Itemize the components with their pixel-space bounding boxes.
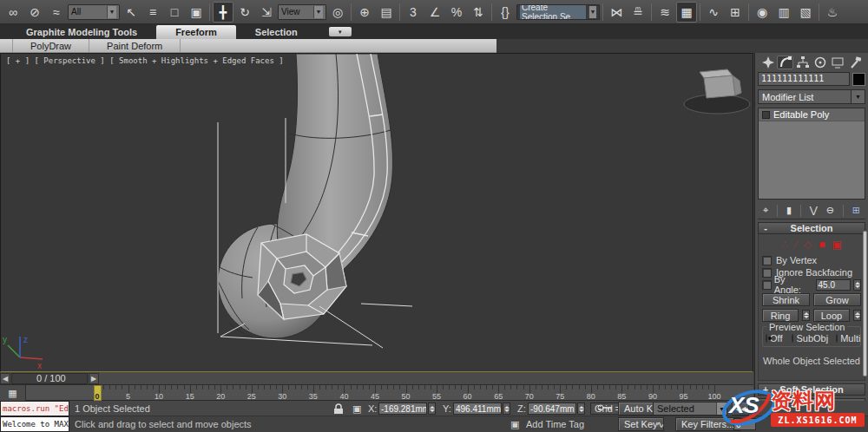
maxscript-listener-line1[interactable]: macros.run "Ed — [0, 401, 69, 416]
select-and-move-icon[interactable]: ╋ — [213, 2, 233, 23]
rectangular-selection-region-icon[interactable]: □ — [164, 2, 185, 23]
vertex-icon[interactable]: ∴ — [781, 239, 788, 251]
key-mode-icon[interactable] — [597, 403, 613, 414]
element-icon[interactable]: ▣ — [832, 239, 841, 251]
by-angle-checkbox[interactable] — [762, 280, 772, 290]
ribbon-subtab-paint-deform[interactable]: Paint Deform — [89, 39, 181, 52]
mirror-icon[interactable]: ⋈ — [606, 2, 627, 23]
percent-snap-toggle-icon[interactable]: % — [446, 2, 467, 23]
ignore-backfacing-checkbox[interactable] — [762, 268, 772, 278]
window-crossing-toggle-icon[interactable]: ▣ — [186, 2, 207, 23]
polygon-icon[interactable]: ■ — [819, 239, 825, 251]
align-icon[interactable]: ≞ — [628, 2, 648, 23]
create-tab-icon[interactable] — [760, 56, 776, 69]
z-coord-field[interactable]: -90.647mm — [528, 403, 576, 415]
snaps-toggle-3d-icon[interactable]: 3 — [403, 2, 424, 23]
material-editor-icon[interactable]: ◉ — [752, 2, 773, 23]
edge-icon[interactable]: ∕ — [795, 239, 797, 251]
selection-rollout-header[interactable]: - Selection — [758, 222, 865, 234]
object-color-swatch[interactable] — [852, 73, 865, 86]
ring-button[interactable]: Ring — [762, 309, 799, 322]
x-spinner[interactable] — [428, 403, 436, 415]
track-bar-ruler[interactable]: 0510152025303540455055606570758085909510… — [26, 385, 753, 401]
render-production-icon[interactable]: ♨ — [822, 2, 843, 23]
time-slider-value[interactable]: 0 / 100 — [11, 373, 88, 384]
mini-curve-editor-icon[interactable]: ▦ — [0, 385, 26, 401]
preview-subobj-radio[interactable] — [792, 334, 793, 343]
grow-button[interactable]: Grow — [813, 293, 861, 306]
select-and-manipulate-icon[interactable]: ⊕ — [354, 2, 375, 23]
select-and-rotate-icon[interactable]: ↻ — [234, 2, 255, 23]
ribbon-tab-freeform[interactable]: Freeform — [156, 25, 236, 39]
z-spinner[interactable] — [577, 403, 585, 415]
reference-coordinate-dropdown[interactable]: View▼ — [278, 4, 326, 20]
by-vertex-row[interactable]: By Vertex — [762, 254, 861, 266]
use-pivot-point-center-icon[interactable]: ◎ — [327, 2, 348, 23]
graphite-toolbar-toggle-icon[interactable]: ▦ — [676, 2, 697, 23]
keyboard-shortcut-override-icon[interactable]: ▤ — [376, 2, 397, 23]
panel-scrollbar[interactable] — [863, 231, 867, 376]
select-and-scale-icon[interactable]: ⇲ — [256, 2, 277, 23]
named-selection-dropdown[interactable]: Create Selection Se▼ — [516, 4, 600, 20]
x-coord-field[interactable]: -169.281mm — [378, 403, 427, 415]
render-setup-icon[interactable]: ▥ — [773, 2, 794, 23]
by-vertex-checkbox[interactable] — [762, 256, 772, 265]
remove-modifier-icon[interactable]: ⊖ — [826, 205, 834, 216]
selection-filter-dropdown[interactable]: All▼ — [68, 4, 120, 20]
select-and-link-icon[interactable]: ∞ — [3, 2, 23, 23]
ribbon-tab-graphite-modeling-tools[interactable]: Graphite Modeling Tools — [7, 25, 156, 39]
utilities-tab-icon[interactable] — [847, 56, 864, 69]
ribbon-minimize-icon[interactable]: ▼ — [329, 27, 352, 36]
perspective-viewport[interactable]: x y z [ + ] [ Perspective ] [ Smooth + H… — [0, 53, 753, 372]
display-tab-icon[interactable] — [830, 56, 846, 69]
selected-set-dropdown[interactable]: Selected ▼ — [653, 402, 727, 416]
show-end-result-icon[interactable]: ▮ — [786, 205, 792, 216]
bind-to-space-warp-icon[interactable]: ≈ — [46, 2, 67, 23]
spinner-snap-toggle-icon[interactable]: ⇅ — [468, 2, 489, 23]
loop-spinner[interactable] — [853, 310, 861, 321]
angle-snap-toggle-icon[interactable]: ∠ — [424, 2, 445, 23]
configure-modifier-sets-icon[interactable]: ⊞ — [852, 205, 860, 216]
curve-editor-icon[interactable]: ∿ — [703, 2, 724, 23]
ring-spinner[interactable] — [802, 310, 810, 321]
make-unique-icon[interactable]: ⋁ — [810, 205, 818, 216]
angle-value-field[interactable]: 45.0 — [816, 279, 852, 291]
absolute-offset-mode-icon[interactable]: ▣ — [352, 401, 361, 416]
set-key-curve-icon[interactable]: ∿ — [656, 416, 664, 432]
angle-spinner[interactable] — [853, 279, 861, 291]
next-frame-arrow-icon[interactable]: ▶ — [89, 373, 99, 384]
by-angle-row[interactable]: By Angle: 45.0 — [762, 278, 861, 291]
maxscript-listener-line2[interactable]: Welcome to MAX! — [0, 416, 69, 432]
preview-multi-radio[interactable] — [836, 334, 838, 343]
edit-named-selection-sets-icon[interactable]: {} — [495, 2, 516, 23]
y-spinner[interactable] — [503, 403, 510, 415]
viewcube[interactable] — [684, 69, 750, 114]
schematic-view-icon[interactable]: ⊞ — [725, 2, 746, 23]
modifier-stack[interactable]: Editable Poly — [758, 108, 865, 200]
rendered-frame-window-icon[interactable]: ▧ — [795, 2, 816, 23]
preview-off-radio[interactable] — [766, 334, 767, 343]
border-icon[interactable]: ◇ — [804, 239, 812, 251]
hierarchy-tab-icon[interactable] — [794, 56, 811, 69]
shrink-button[interactable]: Shrink — [762, 293, 810, 306]
ribbon-subtab-polydraw[interactable]: PolyDraw — [12, 39, 89, 52]
modifier-list-arrow-icon[interactable]: ▼ — [852, 89, 865, 104]
pin-stack-icon[interactable]: ⌖ — [763, 205, 768, 216]
viewport-label[interactable]: [ + ] [ Perspective ] [ Smooth + Highlig… — [6, 56, 284, 65]
previous-frame-arrow-icon[interactable]: ◀ — [0, 373, 10, 384]
unlink-selection-icon[interactable]: ⊘ — [24, 2, 45, 23]
y-coord-field[interactable]: 496.411mm — [453, 403, 502, 415]
modify-tab-icon[interactable] — [777, 56, 793, 69]
select-by-name-icon[interactable]: ≡ — [142, 2, 163, 23]
viewport-canvas[interactable]: x y z — [1, 54, 753, 371]
motion-tab-icon[interactable] — [812, 56, 829, 69]
manage-layers-icon[interactable]: ≋ — [654, 2, 675, 23]
selection-lock-icon[interactable] — [333, 401, 344, 416]
loop-button[interactable]: Loop — [813, 309, 850, 322]
add-time-tag[interactable]: Add Time Tag — [526, 416, 584, 432]
ribbon-tab-selection[interactable]: Selection — [236, 25, 317, 39]
modifier-list-dropdown[interactable]: Modifier List — [758, 89, 852, 104]
object-name-field[interactable]: 111111111111 — [758, 72, 850, 86]
select-object-icon[interactable]: ↖ — [121, 2, 141, 23]
modifier-stack-row[interactable]: Editable Poly — [759, 108, 865, 121]
